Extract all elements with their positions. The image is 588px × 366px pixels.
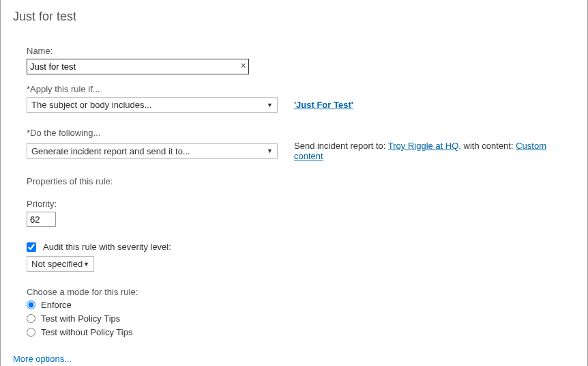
clear-icon[interactable]: ×	[241, 61, 246, 70]
do-following-selected: Generate incident report and send it to.…	[31, 146, 190, 156]
mode-label: Choose a mode for this rule:	[27, 287, 575, 297]
apply-if-selected: The subject or body includes...	[31, 100, 151, 110]
do-following-dropdown[interactable]: Generate incident report and send it to.…	[27, 143, 278, 159]
do-following-desc-middle: , with content:	[458, 141, 516, 151]
recipient-link[interactable]: Troy Riggle at HQ	[388, 141, 459, 151]
severity-selected: Not specified	[31, 259, 83, 269]
audit-label: Audit this rule with severity level:	[43, 242, 171, 252]
mode-enforce-label: Enforce	[41, 300, 72, 310]
name-label: Name:	[27, 46, 575, 56]
chevron-down-icon: ▼	[83, 261, 89, 268]
audit-checkbox[interactable]	[27, 242, 36, 252]
do-following-label: *Do the following...	[27, 128, 575, 138]
page-title: Just for test	[13, 10, 575, 24]
name-input[interactable]	[27, 59, 249, 74]
apply-if-label: *Apply this rule if...	[27, 84, 575, 94]
mode-enforce-radio[interactable]	[27, 300, 35, 309]
apply-if-dropdown[interactable]: The subject or body includes... ▼	[27, 97, 278, 113]
mode-test-with-label: Test with Policy Tips	[41, 313, 120, 324]
severity-dropdown[interactable]: Not specified ▼	[27, 256, 94, 272]
more-options-link[interactable]: More options...	[13, 354, 575, 364]
chevron-down-icon: ▼	[267, 102, 273, 109]
priority-input[interactable]	[27, 212, 56, 227]
mode-test-with-radio[interactable]	[27, 314, 35, 323]
apply-if-value-link[interactable]: 'Just For Test'	[294, 100, 353, 110]
mode-test-without-label: Test without Policy Tips	[41, 327, 132, 337]
priority-label: Priority:	[27, 199, 575, 209]
mode-test-without-radio[interactable]	[27, 328, 35, 337]
properties-label: Properties of this rule:	[27, 176, 575, 186]
do-following-desc-prefix: Send incident report to:	[294, 141, 388, 151]
chevron-down-icon: ▼	[267, 147, 273, 154]
